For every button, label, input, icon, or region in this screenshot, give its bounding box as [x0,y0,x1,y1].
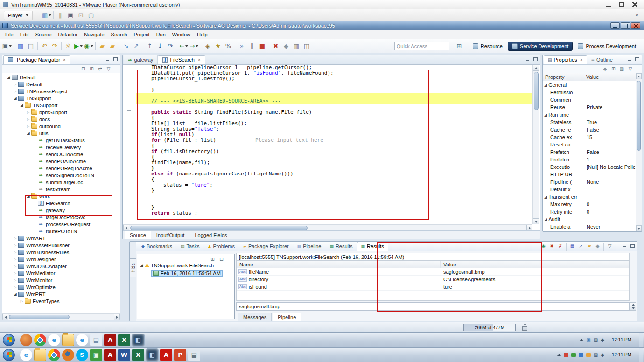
selected-result-entry[interactable]: Feb 16, 2016 11:59:54 AM [151,270,223,277]
package-tree[interactable]: ◢Default▷Default▷TNProcessProject◢TNSupp… [2,74,120,313]
maximize-view-button[interactable] [113,57,118,62]
taskbar-icon-windows-explorer[interactable] [34,349,46,361]
show-advanced-icon[interactable]: ▥ [618,65,626,72]
action-center-icon[interactable]: ◆ [601,352,604,357]
view-tab-pipeline[interactable]: ▥Pipeline [293,242,326,251]
tab-input-output[interactable]: Input/Output [151,231,190,239]
menu-file[interactable]: File [2,30,17,39]
fold-marker-icon[interactable]: − [127,110,131,114]
close-icon[interactable]: × [63,57,66,63]
restore-button[interactable] [621,22,630,29]
tree-item-submitlargedoc[interactable]: ⇒submitLargeDoc [2,179,120,186]
suspend-icon[interactable]: ‖ [55,10,65,21]
collapsed-arrow-icon[interactable]: ▷ [26,111,31,114]
taskbar-icon-acrobat[interactable]: A [160,349,172,361]
save-icon[interactable]: ▦ [15,41,26,51]
result-row-isfound[interactable]: AbcisFoundture [237,283,629,291]
minimize-view-button[interactable] [627,57,632,62]
tree-item-tnsupport[interactable]: ◢TNSupport [2,95,120,102]
editor-tab-filesearch[interactable]: JFileSearch× [158,55,205,64]
pin-icon[interactable]: ◆ [281,41,291,51]
menu-edit[interactable]: Edit [17,30,32,39]
taskbar-icon-notepad[interactable]: ▤ [188,349,200,361]
tree-item-receivedelivery[interactable]: ⇒receiveDelivery [2,144,120,151]
property-row-transient-err[interactable]: ◢Transient err [543,193,636,201]
hidden-icons-icon[interactable] [557,354,561,356]
tree-item-wmjdbcadapter[interactable]: ▷WmJDBCAdapter [2,263,120,270]
print-icon[interactable]: ▤ [26,41,36,51]
tree-item-outbound[interactable]: ▷outbound [2,123,120,130]
view-tab-results[interactable]: ▦Results [357,242,388,251]
redo-icon[interactable]: ↷ [49,41,60,51]
property-row-enable-a[interactable]: Enable aNever [543,223,636,230]
tree-item-sendsigneddoctotn[interactable]: ⇒sendSignedDocToTN [2,172,120,179]
collapse-all-icon[interactable]: ⊟ [217,256,225,263]
taskbar-icon-internet-explorer[interactable]: e [48,334,60,346]
collapsed-arrow-icon[interactable]: ▷ [19,299,24,303]
terminate-icon[interactable]: ■ [257,41,267,51]
start-button[interactable] [3,349,15,361]
maximize-button[interactable] [619,2,624,7]
expanded-arrow-icon[interactable]: ◢ [6,75,11,79]
run-icon[interactable]: ▶ [73,41,84,51]
open-folder-icon[interactable]: ▰ [97,41,107,51]
scroll-down-icon[interactable] [632,307,635,309]
taskbar-icon-vmware-player[interactable]: ▣ [90,349,102,361]
columns-icon[interactable]: ▥ [291,41,301,51]
taskbar-icon-excel[interactable]: X [118,334,130,346]
property-row-permissio[interactable]: Permissio [543,89,636,96]
tree-item-wmmediator[interactable]: ▷WmMediator [2,270,120,277]
tree-item-default[interactable]: ▷Default [2,81,120,88]
close-button[interactable] [631,22,640,29]
expand-all-icon[interactable]: ⊞ [88,65,96,72]
scroll-left-icon[interactable] [126,227,127,230]
show-desktop-button[interactable] [639,348,643,362]
menu-source[interactable]: Source [32,30,55,39]
taskbar-icon-chrome[interactable] [34,334,46,346]
navigator-hscrollbar[interactable] [2,313,120,320]
tree-item-gettntaskstatus[interactable]: ⇒getTNTaskStatus [2,137,120,144]
menu-window[interactable]: Window [169,30,194,39]
close-icon[interactable]: × [198,57,201,63]
view-tab-results[interactable]: ▦Results [325,242,357,251]
scrollbar-thumb[interactable] [534,72,539,110]
open-perspective-icon[interactable]: ⊞ [454,41,464,51]
result-row-filename[interactable]: AbcfileNamesaglogosmall.bmp [237,268,629,276]
scroll-up-icon[interactable] [637,76,640,77]
pause-icon[interactable]: ‖ [247,41,257,51]
export-results-icon[interactable]: ↗ [577,243,585,250]
player-menu-button[interactable]: Player [4,11,33,20]
hidden-icons-icon[interactable] [580,339,583,341]
start-button[interactable] [3,334,15,346]
expanded-arrow-icon[interactable]: ◢ [26,131,31,135]
minimize-view-button[interactable] [525,57,530,62]
expanded-arrow-icon[interactable]: ◢ [544,113,547,117]
tree-item-wmprt[interactable]: ◢WmPRT [2,291,120,298]
tree-item-filesearch[interactable]: JFileSearch [2,200,120,207]
remove-icon[interactable]: ✖ [548,243,556,250]
property-row-executio[interactable]: Executio[Null] No Locale Polic [543,163,636,171]
collapsed-arrow-icon[interactable]: ▷ [13,83,18,86]
property-row-max-retry[interactable]: Max retry0 [543,201,636,208]
key-icon[interactable]: ★ [213,41,223,51]
fullscreen-icon[interactable]: ⊡ [76,10,86,21]
scroll-left-icon[interactable] [5,316,7,319]
menu-search[interactable]: Search [108,30,131,39]
tab-source[interactable]: Source [125,231,151,239]
show-desktop-button[interactable] [639,333,643,348]
tree-item-sendpoatoacme[interactable]: ⇒sendPOAToAcme [2,158,120,165]
taskbar-icon-excel[interactable]: X [132,349,144,361]
collapsed-arrow-icon[interactable]: ▷ [13,258,18,261]
app-orange-icon[interactable] [586,353,591,357]
app-red-icon[interactable] [564,353,568,357]
tree-item-wmdesigner[interactable]: ▷WmDesigner [2,256,120,263]
vmware-tools-icon[interactable]: ▣ [586,337,590,342]
collapsed-arrow-icon[interactable]: ▷ [13,272,18,275]
ctrl-alt-del-icon[interactable]: ▣ [65,10,76,21]
menu-refactor[interactable]: Refactor [55,30,81,39]
network-icon[interactable]: ▨ [594,352,598,357]
taskbar-icon-media-player[interactable] [20,334,32,346]
scroll-up-icon[interactable] [535,67,538,69]
open-results-icon[interactable]: ▰ [585,243,593,250]
library-icon[interactable]: ▦ [42,10,52,21]
